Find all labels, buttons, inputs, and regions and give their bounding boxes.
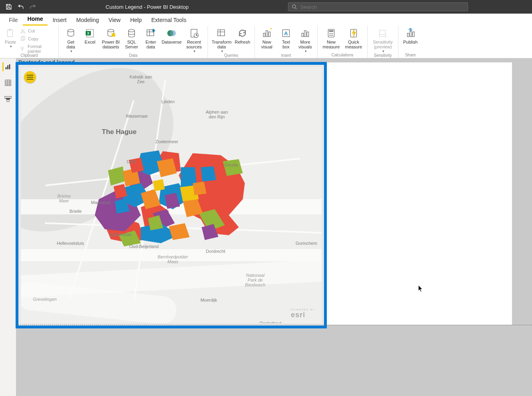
ribbon-group-insert: +New visual AText box More visuals▾ Inse… — [255, 26, 318, 58]
ribbon-tabs: File Home Insert Modeling View Help Exte… — [0, 14, 532, 26]
enter-data-button[interactable]: Enter data — [141, 26, 160, 49]
ribbon-group-calculations: New measure Quick measure Calculations — [318, 26, 368, 58]
search-input[interactable] — [300, 4, 468, 10]
new-visual-icon: + — [261, 27, 273, 39]
quick-measure-icon — [348, 27, 360, 39]
pbi-datasets-button[interactable]: Power BI datasets — [100, 26, 122, 49]
svg-rect-44 — [9, 64, 10, 69]
redo-icon[interactable] — [30, 4, 36, 10]
excel-icon: X — [84, 27, 96, 39]
svg-rect-1 — [7, 30, 12, 36]
map-label: Oosterhout — [260, 321, 281, 323]
ribbon: Paste ▾ Cut Copy Format painter Clipboar… — [0, 26, 532, 58]
text-box-button[interactable]: AText box — [276, 26, 296, 49]
tab-file[interactable]: File — [4, 14, 23, 26]
svg-point-34 — [330, 35, 330, 36]
report-view-button[interactable] — [2, 62, 11, 71]
sql-server-button[interactable]: SQL Server — [122, 26, 141, 49]
new-visual-button[interactable]: +New visual — [257, 26, 276, 49]
ribbon-group-data: Get data▾ XExcel Power BI datasets SQL S… — [59, 26, 208, 58]
save-icon[interactable] — [6, 4, 12, 10]
tab-help[interactable]: Help — [125, 14, 146, 26]
svg-point-13 — [128, 29, 134, 32]
map-menu-button[interactable] — [24, 71, 36, 83]
publish-button[interactable]: Publish — [401, 26, 420, 44]
refresh-button[interactable]: Refresh — [233, 26, 252, 44]
svg-rect-42 — [6, 67, 7, 69]
map-label: Hellevoetsluis — [57, 241, 84, 246]
tab-external-tools[interactable]: External Tools — [146, 14, 191, 26]
pbi-datasets-icon — [105, 27, 117, 39]
copy-icon — [20, 36, 26, 42]
map-label: Delft — [127, 159, 136, 164]
map-label: Grevelingen — [33, 297, 56, 302]
map-label: Oud-Beijerland — [129, 244, 158, 249]
transform-icon — [216, 27, 228, 39]
svg-rect-47 — [9, 96, 11, 98]
more-visuals-icon — [299, 27, 311, 39]
ribbon-group-clipboard: Paste ▾ Cut Copy Format painter Clipboar… — [0, 26, 59, 58]
quick-measure-button[interactable]: Quick measure — [342, 26, 365, 49]
svg-point-7 — [68, 29, 74, 32]
dataverse-icon — [166, 27, 178, 39]
new-measure-icon — [325, 27, 337, 39]
svg-rect-21 — [266, 31, 268, 37]
svg-rect-41 — [412, 32, 414, 37]
svg-point-32 — [331, 33, 332, 34]
svg-rect-2 — [9, 29, 12, 30]
tab-modeling[interactable]: Modeling — [71, 14, 104, 26]
map-label: Spijkenisse — [109, 232, 132, 237]
svg-rect-43 — [7, 65, 8, 69]
svg-point-36 — [332, 35, 333, 36]
map-label: Moerdijk — [200, 298, 217, 302]
refresh-icon — [236, 27, 248, 39]
svg-text:X: X — [87, 31, 90, 35]
map-label: Nationaal Park de Biesbosch — [245, 273, 266, 287]
new-measure-button[interactable]: New measure — [320, 26, 342, 49]
svg-rect-30 — [329, 30, 334, 32]
transform-data-button[interactable]: Transform data▾ — [210, 26, 233, 53]
cut-icon — [20, 28, 26, 34]
map-visual-selected[interactable]: Katwijk aan ZeeLeidenWassenaarAlphen aan… — [16, 62, 326, 328]
svg-point-35 — [331, 35, 332, 36]
copy-button: Copy — [18, 35, 56, 42]
tab-home[interactable]: Home — [23, 13, 48, 26]
more-visuals-button[interactable]: More visuals▾ — [296, 26, 315, 53]
search-box[interactable] — [288, 2, 468, 11]
map-label: Alphen aan den Rijn — [206, 110, 228, 119]
map-label: Brielse Meer — [57, 194, 71, 203]
svg-rect-20 — [263, 33, 265, 37]
window-title: Custom Legend - Power BI Desktop — [106, 4, 188, 10]
ribbon-group-sensitivity: Sensitivity (preview)▾ Sensitivity — [368, 26, 398, 58]
svg-text:+: + — [270, 28, 272, 31]
svg-rect-27 — [304, 31, 306, 37]
dataverse-button[interactable]: Dataverse — [160, 26, 183, 44]
get-data-button[interactable]: Get data▾ — [61, 26, 80, 53]
map-label: Gouda — [224, 162, 238, 167]
tab-insert[interactable]: Insert — [48, 14, 71, 26]
report-canvas[interactable]: Postcode and legend — [16, 58, 532, 396]
undo-icon[interactable] — [18, 4, 24, 10]
ribbon-group-queries: Transform data▾ Refresh Queries — [208, 26, 255, 58]
data-view-button[interactable] — [4, 78, 12, 87]
map-label: Maassluis — [91, 200, 111, 205]
map-label: Gorinchem — [296, 241, 317, 246]
svg-rect-28 — [307, 32, 308, 37]
text-box-icon: A — [280, 27, 292, 39]
arcgis-map[interactable]: Katwijk aan ZeeLeidenWassenaarAlphen aan… — [21, 67, 322, 323]
map-label: Zoetermeer — [156, 139, 178, 144]
excel-button[interactable]: XExcel — [80, 26, 100, 44]
svg-text:A: A — [284, 30, 288, 36]
esri-attribution: POWERED BY esri — [291, 309, 315, 319]
svg-rect-45 — [5, 80, 11, 86]
report-page[interactable]: Katwijk aan ZeeLeidenWassenaarAlphen aan… — [16, 62, 512, 325]
recent-sources-button[interactable]: Recent sources▾ — [183, 26, 205, 53]
model-view-button[interactable] — [4, 94, 12, 103]
tab-view[interactable]: View — [104, 14, 125, 26]
svg-rect-22 — [268, 32, 270, 37]
sql-icon — [126, 27, 138, 39]
svg-rect-38 — [379, 30, 385, 34]
svg-rect-48 — [7, 100, 9, 102]
ribbon-group-share: Publish Share — [398, 26, 422, 58]
map-label: Leiden — [161, 99, 174, 104]
